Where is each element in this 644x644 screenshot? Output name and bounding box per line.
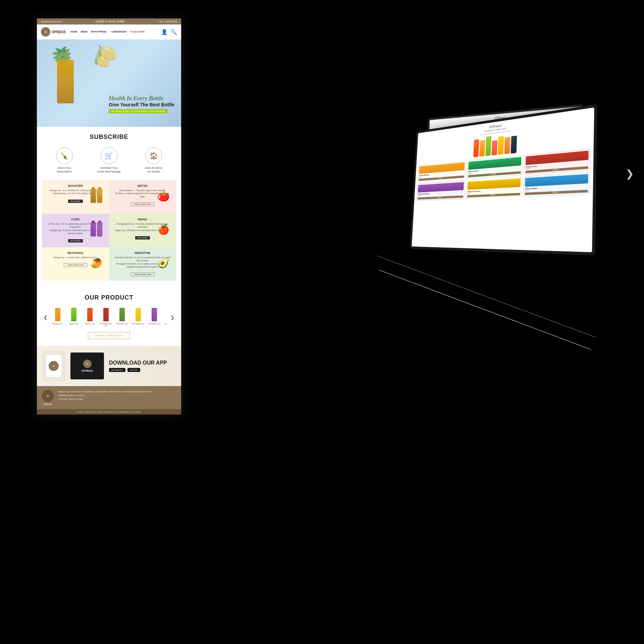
card-cure: CURE O Pres Joy:- It is an outstanding s…	[42, 214, 109, 247]
our-product-section: OUR PRODUCT ❮ Papaya Joy Apple Joy	[37, 287, 181, 346]
hero-subtitle: Give Yourself The Best Bottle	[109, 102, 174, 107]
carousel-prev[interactable]: ❮	[42, 315, 49, 320]
logo-circle: O	[41, 27, 50, 37]
papaya-name: Papaya Joy	[52, 323, 63, 325]
product-grid: BOOSTER Energy Joy:- It is beneficial fo…	[42, 180, 176, 281]
product-essential: Essential Joy	[148, 308, 161, 327]
hero-section: 🍍 🍋 🍋 Health In Every Bottle Give Yourse…	[37, 40, 181, 127]
smoothie-image: 🥑	[153, 251, 173, 275]
seasonal-image: 🥭	[86, 251, 106, 275]
our-product-title: OUR PRODUCT	[42, 294, 176, 301]
hero-image: 🍍 🍋 🍋	[37, 40, 123, 127]
product-opuns: Opuns Joy	[83, 308, 97, 327]
papaya-bottle	[55, 308, 60, 321]
opuns-name: Opuns Joy	[85, 323, 95, 325]
subscribe-steps: 🍾 Select YourSubscription 🛒 Schedule You…	[42, 147, 176, 173]
app-store-badge[interactable]: App Store	[127, 368, 140, 372]
logo[interactable]: O OPRESS	[41, 27, 66, 37]
footer-follow: FOLLOW : SOCIAL ICONS	[59, 397, 176, 401]
nav-menu[interactable]: MENU	[81, 31, 88, 33]
pomegranate-name: Pomegranate Joy	[99, 323, 113, 327]
phone-mockup: O	[42, 351, 65, 381]
footer-links: ABOUT US | CONTACT US | TERMS & CONDITIO…	[59, 390, 176, 401]
step-1-label: Select YourSubscription	[57, 166, 72, 173]
apple-name: Apple Joy	[69, 323, 78, 325]
mono-btn[interactable]: BUY NOW	[135, 236, 150, 239]
nav-bar: O OPRESS HOME MENU WHYO'PRESS ✓ORDERNOW …	[37, 24, 181, 40]
chevron-right-icon[interactable]: ❯	[626, 168, 634, 179]
mono-image: 🍎	[153, 218, 173, 241]
booster-image	[86, 184, 106, 208]
seasonal-btn[interactable]: SUBSCRIBE NOW	[64, 263, 87, 267]
phone: +91 123456789	[158, 20, 177, 23]
nav-subscribe[interactable]: »SUBSCRIBE	[130, 31, 145, 33]
nav-icons: 👤 🔍	[161, 29, 177, 35]
nav-home[interactable]: HOME	[70, 31, 77, 33]
aloevera-name: De Aloe Joy	[165, 323, 167, 325]
step-3-label: Juice At Home,No Hassle	[145, 166, 163, 173]
google-play-badge[interactable]: ▶ Google Play	[109, 368, 125, 372]
view-all-button[interactable]: VIEW ALL PRODUCTS	[88, 332, 130, 339]
footer-logo-area: O OPRESS	[42, 390, 54, 405]
user-icon[interactable]: 👤	[161, 29, 168, 35]
pomegranate-bottle	[103, 308, 109, 321]
product-carousel: ❮ Papaya Joy Apple Joy	[42, 308, 176, 327]
card-booster: BOOSTER Energy Joy:- It is beneficial fo…	[42, 180, 109, 214]
tablet-mockup: O OPRESS	[70, 353, 104, 379]
laptop-screen-content: O'Press Healthy & Tasty Juice Your daily…	[412, 107, 594, 252]
website-mockup: xyz@opress.com Health In Every Bottle +9…	[37, 18, 181, 415]
hero-text: Health In Every Bottle Give Yourself The…	[109, 95, 174, 113]
smoothie-btn[interactable]: SUBSCRIBE NOW	[131, 272, 154, 276]
pineapple-name: Pineapple Joy	[132, 323, 145, 325]
cart-icon: 🛒	[101, 147, 117, 164]
cure-btn[interactable]: BUY NOW	[68, 239, 83, 243]
detox-btn[interactable]: SUBSCRIBE NOW	[131, 202, 154, 206]
nav-order[interactable]: ✓ORDERNOW	[110, 31, 126, 33]
product-pomegranate: Pomegranate Joy	[99, 308, 113, 327]
tagline: Health In Every Bottle	[95, 20, 124, 23]
apple-bottle	[71, 308, 76, 321]
essential-name: Essential Joy	[148, 323, 160, 325]
product-avocado: Avocado Joy	[115, 308, 129, 327]
step-3: 🏠 Juice At Home,No Hassle	[133, 147, 174, 173]
footer-bottom: © 2018. OPRESS ALL RIGHTS RESERVED | POW…	[37, 409, 181, 415]
avocado-name: Avocado Joy	[116, 323, 128, 325]
avocado-bottle	[119, 308, 125, 321]
nav-why[interactable]: WHYO'PRESS	[91, 31, 107, 33]
subscribe-title: SUBSCRIBE	[42, 133, 176, 141]
laptop-body	[378, 270, 592, 350]
card-mono: MONO Pomegranate Joy:- It contain nutrie…	[109, 214, 176, 247]
subscribe-section: SUBSCRIBE 🍾 Select YourSubscription 🛒 Sc…	[37, 127, 181, 287]
footer: O OPRESS ABOUT US | CONTACT US | TERMS &…	[37, 386, 181, 409]
download-section: O O OPRESS DOWNLOAD OUR APP ▶ Google Pla…	[37, 346, 181, 386]
logo-text: OPRESS	[52, 30, 66, 34]
detox-image: 🍅	[153, 184, 173, 208]
booster-btn[interactable]: BUY NOW	[68, 200, 83, 203]
app-badges: ▶ Google Play App Store	[109, 368, 176, 372]
laptop-keyboard	[377, 256, 596, 337]
product-papaya: Papaya Joy	[51, 308, 64, 327]
pineapple-bottle	[136, 308, 141, 321]
step-2-label: Schedule YourOrder And Package	[97, 166, 121, 173]
hero-tagline: Health In Every Bottle	[109, 95, 174, 102]
card-detox: DETOX Total Cleanser :- This juice helps…	[109, 180, 176, 214]
download-text: DOWNLOAD OUR APP ▶ Google Play App Store	[109, 360, 176, 372]
bottle-icon: 🍾	[56, 147, 73, 164]
footer-logo: O	[42, 390, 54, 402]
product-items: Papaya Joy Apple Joy Opuns Joy	[51, 308, 167, 327]
laptop-mockup: O'Press Healthy & Tasty Juice Lorem ipsu…	[376, 117, 627, 335]
cure-image	[86, 218, 106, 241]
copyright: © 2018. OPRESS ALL RIGHTS RESERVED | POW…	[77, 411, 141, 413]
step-2: 🛒 Schedule YourOrder And Package	[89, 147, 129, 173]
opuns-bottle	[87, 308, 93, 321]
product-pineapple: Pineapple Joy	[131, 308, 145, 327]
card-smoothie: SMOOTHIE Avocado Smoothie:- It can be co…	[109, 247, 176, 281]
step-1: 🍾 Select YourSubscription	[44, 147, 85, 173]
product-apple: Apple Joy	[67, 308, 80, 327]
search-icon[interactable]: 🔍	[170, 29, 177, 35]
essential-bottle	[152, 308, 157, 321]
hero-badge: No Added Sugar | No Preservatives | No C…	[109, 109, 168, 113]
card-seasonal: SEASONAL Mango Joy:- It is full of fibre…	[42, 247, 109, 281]
home-icon: 🏠	[145, 147, 162, 164]
carousel-next[interactable]: ❯	[169, 315, 176, 320]
